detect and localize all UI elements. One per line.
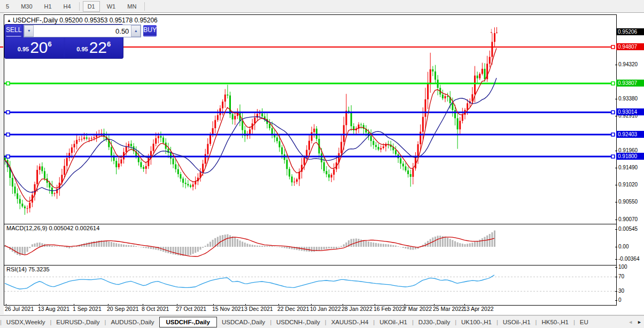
x-axis-label: 25 Mar 2022 xyxy=(433,306,464,312)
timeframe-toolbar: 5M30H1H4D1W1MN xyxy=(0,0,644,13)
y-axis-tick xyxy=(615,99,617,99)
x-axis-label: 20 Sep 2021 xyxy=(107,306,139,312)
chart-tab-bar: |USDX,Weekly|EURUSD-,Daily|AUDUSD-,Daily… xyxy=(0,315,644,328)
tab-xauusd-h4[interactable]: XAUUSD-,H4 xyxy=(327,317,374,327)
tab-eu[interactable]: EU xyxy=(575,317,593,327)
chart-title-text: USDCHF-,Daily 0.95200 0.95353 0.95178 0.… xyxy=(13,17,158,24)
tab-uk100-h1[interactable]: UK100-,H1 xyxy=(456,317,496,327)
rsi-label: RSI(14) 75.3235 xyxy=(6,266,50,272)
x-axis-tick xyxy=(177,304,177,306)
buy-price-big: 22 xyxy=(89,39,107,56)
x-axis-label: 27 Oct 2021 xyxy=(176,306,206,312)
buy-price-small: 0.95 xyxy=(76,46,88,52)
one-click-trading-panel: SELL ▾ ▴ BUY 0.95 20 6 0.95 22 6 xyxy=(4,24,123,59)
y-axis-price-box: 0.95206 xyxy=(616,28,644,35)
timeframe-button-h1[interactable]: H1 xyxy=(40,1,57,12)
y-axis-tick xyxy=(615,267,617,268)
y-axis-label: 100 xyxy=(618,264,627,270)
volume-increase-icon[interactable]: ▴ xyxy=(131,25,141,37)
toolbar-separator xyxy=(144,2,145,11)
timeframe-button-h4[interactable]: H4 xyxy=(59,1,76,12)
tab-ukoil-h1[interactable]: UKOil-,H1 xyxy=(375,317,412,327)
y-axis-tick xyxy=(615,300,617,301)
x-axis-tick xyxy=(143,304,143,306)
y-axis-price-box: 0.93014 xyxy=(616,108,644,115)
buy-price-button[interactable]: 0.95 22 6 xyxy=(65,38,123,58)
x-axis-label: 26 Jul 2021 xyxy=(5,306,34,312)
tab-usdx-weekly[interactable]: USDX,Weekly xyxy=(2,317,50,327)
mt4-terminal: { "toolbar": { "items": [ {"label": "5",… xyxy=(0,0,644,328)
x-axis-tick xyxy=(245,304,246,306)
tab-audusd-daily[interactable]: AUDUSD-,Daily xyxy=(106,317,159,327)
tab-usdcnh-daily[interactable]: USDCNH-,Daily xyxy=(271,317,325,327)
y-axis-label: 0.93380 xyxy=(618,96,638,101)
x-axis-label: 15 Nov 2021 xyxy=(212,306,244,312)
y-axis-label: 0.90550 xyxy=(618,199,638,205)
y-axis-label: 0.00 xyxy=(618,244,629,249)
x-axis-tick xyxy=(213,304,214,306)
y-axis-tick xyxy=(615,220,617,220)
x-axis-label: 8 Oct 2021 xyxy=(142,306,169,312)
x-axis-label: 28 Jan 2022 xyxy=(342,306,373,312)
y-axis-tick xyxy=(615,247,617,247)
y-axis-label: 0.91020 xyxy=(618,182,638,188)
sell-price-pip: 6 xyxy=(48,40,52,48)
tab-usdchf-daily[interactable]: USDCHF-,Daily xyxy=(159,317,217,327)
collapse-panel-icon[interactable]: ▲ xyxy=(7,18,11,23)
volume-decrease-icon[interactable]: ▾ xyxy=(24,25,34,37)
x-axis-tick xyxy=(6,304,6,306)
tab-usdcad-daily[interactable]: USDCAD-,Daily xyxy=(217,317,270,327)
tab-hk50-h1[interactable]: HK50-,H1 xyxy=(537,317,573,327)
y-axis-label: 0.91490 xyxy=(618,165,638,170)
rsi-chart xyxy=(4,265,615,304)
sell-price-big: 20 xyxy=(30,39,48,56)
tab-eurusd-daily[interactable]: EURUSD-,Daily xyxy=(51,317,104,327)
sell-price-small: 0.95 xyxy=(18,46,29,52)
x-axis-label: 22 Dec 2021 xyxy=(277,306,309,312)
timeframe-button-d1[interactable]: D1 xyxy=(83,1,100,12)
y-axis-price-box: 0.94807 xyxy=(616,43,644,50)
x-axis-label: 16 Feb 2022 xyxy=(374,306,405,312)
y-axis-label: 30 xyxy=(618,288,624,294)
tab-dj30-daily[interactable]: DJ30-,Daily xyxy=(414,317,455,327)
timeframe-button-w1[interactable]: W1 xyxy=(102,1,121,12)
y-axis-tick xyxy=(615,168,617,168)
buy-price-pip: 6 xyxy=(107,40,111,48)
x-axis-tick xyxy=(464,304,465,306)
x-axis-label: 3 Dec 2021 xyxy=(244,306,273,312)
volume-input[interactable] xyxy=(34,25,131,37)
y-axis-tick xyxy=(615,65,617,65)
y-axis-tick xyxy=(615,202,617,202)
svg-text:↓: ↓ xyxy=(490,26,493,35)
x-axis-tick xyxy=(405,304,405,306)
timeframe-button-5[interactable]: 5 xyxy=(1,1,14,12)
x-axis-tick xyxy=(278,304,279,306)
sell-price-button[interactable]: 0.95 20 6 xyxy=(6,38,64,58)
rsi-pane[interactable] xyxy=(4,265,617,306)
x-axis-label: 1 Sep 2021 xyxy=(73,306,102,312)
y-axis-price-box: 0.92403 xyxy=(616,131,644,138)
y-axis-label: 0.94320 xyxy=(618,61,638,67)
y-axis-label: 0.90070 xyxy=(618,216,638,222)
y-axis-tick xyxy=(615,277,617,277)
buy-button[interactable]: BUY xyxy=(143,25,157,37)
y-axis-tick xyxy=(615,229,617,230)
tab-scroll-right-icon[interactable]: ► xyxy=(635,318,644,326)
timeframe-button-mn[interactable]: MN xyxy=(122,1,141,12)
y-axis-tick xyxy=(615,151,617,151)
tab-usoil-h1[interactable]: USOil-,H1 xyxy=(498,317,536,327)
sell-button[interactable]: SELL xyxy=(6,25,21,37)
x-axis-label: 7 Mar 2022 xyxy=(404,306,432,312)
y-axis-price-box: 0.91800 xyxy=(616,153,644,160)
volume-spinner: ▾ ▴ xyxy=(24,25,141,37)
y-axis-label: 0.00545 xyxy=(618,226,638,232)
tab-scroll-left-icon[interactable]: ◄ xyxy=(626,318,635,326)
x-axis-label: 10 Jan 2022 xyxy=(310,306,341,312)
timeframe-button-m30[interactable]: M30 xyxy=(16,1,37,12)
x-axis-tick xyxy=(343,304,343,306)
y-axis-price-box: 0.93807 xyxy=(616,80,644,87)
x-axis-tick xyxy=(108,304,108,306)
resistance-line-edge-tick xyxy=(0,46,3,48)
x-axis-tick xyxy=(311,304,312,306)
y-axis-tick xyxy=(615,259,617,260)
